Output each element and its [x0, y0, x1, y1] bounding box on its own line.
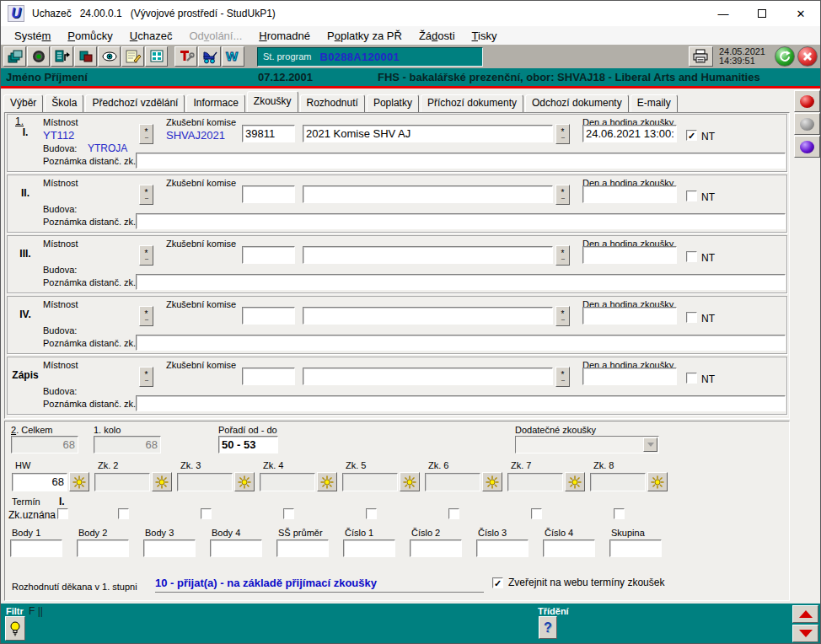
- printer-icon[interactable]: [689, 46, 713, 67]
- web-w-icon[interactable]: W: [222, 46, 244, 67]
- exam-datetime-input[interactable]: [582, 368, 677, 385]
- exam-recognized-checkbox[interactable]: [57, 508, 68, 519]
- exam-recognized-checkbox[interactable]: [201, 508, 212, 519]
- exam-datetime-input[interactable]: [582, 125, 677, 142]
- exam-score-input[interactable]: [507, 473, 563, 491]
- committee-number-input[interactable]: [242, 185, 295, 203]
- room-picker-button[interactable]: *....: [139, 245, 153, 266]
- sun-icon[interactable]: [565, 472, 585, 491]
- menu-item[interactable]: Odvolání...: [180, 28, 250, 44]
- tools-icon[interactable]: [174, 46, 197, 67]
- sun-icon[interactable]: [234, 472, 255, 491]
- exam-recognized-checkbox[interactable]: [283, 508, 294, 519]
- close-app-icon[interactable]: [797, 46, 818, 67]
- exam-recognized-checkbox[interactable]: [614, 508, 625, 519]
- tab[interactable]: Informace: [186, 94, 244, 112]
- remote-note-input[interactable]: [136, 153, 786, 169]
- tab[interactable]: Předchozí vzdělání: [85, 94, 185, 112]
- menu-item[interactable]: Hromadné: [250, 28, 319, 44]
- remote-note-input[interactable]: [136, 274, 786, 290]
- room-picker-button[interactable]: *....: [139, 367, 153, 387]
- points-input[interactable]: [609, 539, 662, 557]
- sun-icon[interactable]: [317, 472, 337, 491]
- committee-name-input[interactable]: [303, 307, 553, 325]
- tab[interactable]: Výběr: [3, 94, 43, 112]
- rank-input[interactable]: [218, 436, 278, 453]
- committee-picker-button[interactable]: *....: [555, 367, 570, 387]
- tab[interactable]: Příchozí dokumenty: [421, 94, 523, 112]
- exam-score-input[interactable]: [590, 473, 646, 491]
- list-return-icon[interactable]: [51, 46, 73, 67]
- copy-records-icon[interactable]: [74, 46, 97, 67]
- tab[interactable]: Zkoušky: [247, 91, 298, 112]
- grid-window-icon[interactable]: [145, 46, 168, 67]
- sort-help-button[interactable]: ?: [539, 616, 557, 639]
- exam-score-input[interactable]: [425, 473, 480, 491]
- publish-checkbox[interactable]: [492, 577, 503, 588]
- points-input[interactable]: [143, 539, 196, 557]
- chevron-down-icon[interactable]: [643, 437, 657, 452]
- edit-note-icon[interactable]: [121, 46, 144, 67]
- exam-datetime-input[interactable]: [582, 246, 677, 264]
- points-input[interactable]: [77, 539, 129, 557]
- view-eye-icon[interactable]: [98, 46, 121, 67]
- tab[interactable]: Poplatky: [367, 94, 419, 112]
- committee-name-input[interactable]: [303, 246, 553, 264]
- committee-number-input[interactable]: [242, 246, 295, 264]
- nt-checkbox[interactable]: [686, 191, 697, 201]
- exam-datetime-input[interactable]: [582, 185, 677, 203]
- tab[interactable]: E-maily: [631, 94, 678, 112]
- remote-note-input[interactable]: [136, 213, 786, 229]
- menu-item[interactable]: Žádosti: [410, 28, 464, 44]
- committee-name-input[interactable]: [303, 125, 553, 142]
- committee-picker-button[interactable]: *....: [555, 124, 570, 144]
- points-input[interactable]: [210, 539, 262, 557]
- committee-number-input[interactable]: [242, 307, 295, 325]
- purple-orb-icon[interactable]: [794, 136, 820, 158]
- remote-note-input[interactable]: [136, 335, 786, 351]
- red-orb-icon[interactable]: [794, 90, 820, 112]
- stroller-icon[interactable]: [198, 46, 221, 67]
- additional-exams-select[interactable]: [515, 436, 659, 453]
- arrow-up-icon[interactable]: [792, 605, 818, 623]
- lightbulb-icon[interactable]: [5, 616, 25, 641]
- points-input[interactable]: [410, 539, 462, 557]
- room-picker-button[interactable]: *....: [139, 306, 153, 326]
- menu-item[interactable]: Poplatky za PŘ: [319, 28, 410, 44]
- nt-checkbox[interactable]: [686, 373, 697, 384]
- points-input[interactable]: [343, 539, 395, 557]
- points-input[interactable]: [10, 539, 62, 557]
- committee-name-input[interactable]: [303, 368, 553, 385]
- committee-picker-button[interactable]: *....: [555, 306, 570, 326]
- committee-name-input[interactable]: [303, 185, 553, 203]
- menu-item[interactable]: Uchazeč: [121, 28, 181, 44]
- record-target-icon[interactable]: [27, 46, 50, 67]
- exam-score-input[interactable]: [177, 473, 233, 491]
- close-button[interactable]: ✕: [781, 1, 820, 26]
- sun-icon[interactable]: [482, 472, 502, 491]
- sun-icon[interactable]: [647, 472, 668, 491]
- maximize-button[interactable]: [743, 1, 781, 26]
- exam-score-input[interactable]: [12, 473, 67, 491]
- stacked-records-icon[interactable]: [3, 46, 26, 67]
- exam-score-input[interactable]: [260, 473, 315, 491]
- tab[interactable]: Odchozí dokumenty: [525, 94, 629, 112]
- committee-number-input[interactable]: [242, 125, 295, 142]
- exam-recognized-checkbox[interactable]: [531, 508, 542, 519]
- exam-recognized-checkbox[interactable]: [448, 508, 459, 519]
- remote-note-input[interactable]: [136, 395, 786, 411]
- points-input[interactable]: [276, 539, 329, 557]
- nt-checkbox[interactable]: [686, 251, 697, 262]
- points-input[interactable]: [476, 539, 529, 557]
- tab[interactable]: Rozhodnutí: [300, 94, 365, 112]
- menu-item[interactable]: Systém: [6, 28, 59, 44]
- minimize-button[interactable]: —: [704, 1, 743, 26]
- menu-item[interactable]: Tisky: [464, 28, 506, 44]
- refresh-icon[interactable]: [775, 46, 795, 67]
- gray-orb-icon[interactable]: [794, 113, 820, 135]
- exam-score-input[interactable]: [342, 473, 398, 491]
- room-picker-button[interactable]: *....: [139, 185, 153, 205]
- sun-icon[interactable]: [69, 472, 89, 491]
- nt-checkbox[interactable]: [686, 130, 697, 141]
- committee-picker-button[interactable]: *....: [555, 245, 570, 266]
